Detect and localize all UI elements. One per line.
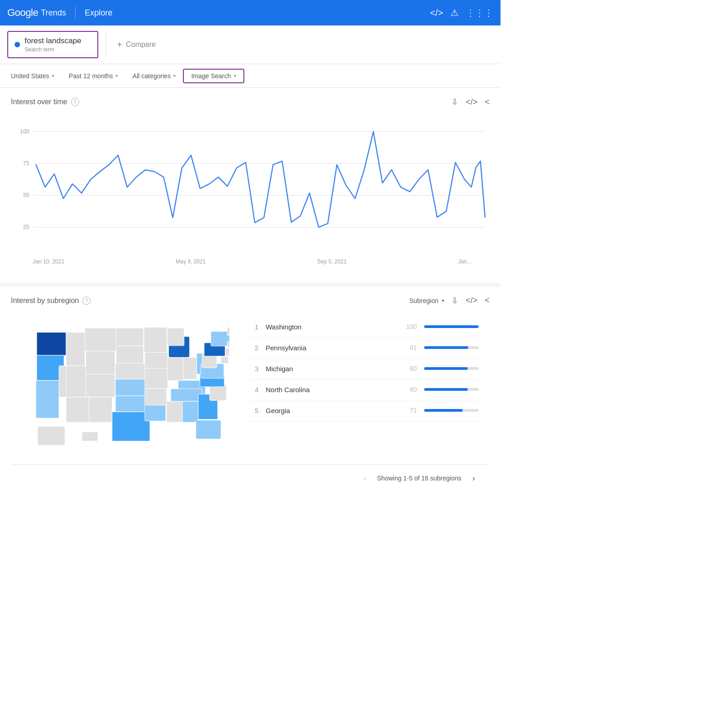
- search-term-box[interactable]: forest landscape Search term: [7, 31, 98, 58]
- header-divider: [75, 6, 76, 19]
- period-label: Past 12 months: [69, 72, 113, 80]
- period-dropdown-icon: ▾: [116, 73, 118, 78]
- interest-over-time-section: Interest over time ? ⇩ </> < 100 75 50 2…: [0, 88, 500, 278]
- subregion-embed-icon[interactable]: </>: [465, 296, 477, 305]
- subregion-download-icon[interactable]: ⇩: [451, 296, 458, 306]
- state-arkansas: [145, 388, 167, 405]
- list-item: 2 Pennsylvania 81: [249, 338, 479, 359]
- chart-area: 100 75 50 25 Jan 10, 2021 May 9, 2021 Se…: [11, 118, 490, 265]
- us-map-area: [11, 309, 238, 464]
- country-label: United States: [11, 72, 49, 80]
- compare-area[interactable]: + Compare: [106, 25, 167, 64]
- apps-icon[interactable]: ⋮⋮⋮: [466, 7, 493, 18]
- rank-bar-container: [424, 367, 479, 370]
- state-illinois: [167, 357, 183, 380]
- list-item: 4 North Carolina 80: [249, 379, 479, 400]
- rankings-area: 1 Washington 100 2 Pennsylvania 81 3 Mic…: [238, 309, 490, 464]
- country-filter[interactable]: United States ▾: [4, 70, 61, 82]
- state-iowa: [145, 352, 168, 368]
- next-page-button[interactable]: ›: [469, 472, 479, 485]
- header-left: Google Trends Explore: [7, 6, 112, 19]
- state-wyoming: [86, 351, 115, 374]
- search-term-dot: [15, 42, 20, 47]
- rank-name: Michigan: [266, 365, 396, 373]
- chart-line: [36, 131, 485, 227]
- period-filter[interactable]: Past 12 months ▾: [61, 70, 125, 82]
- state-kansas: [116, 379, 146, 396]
- category-dropdown-icon: ▾: [173, 73, 176, 78]
- subregion-filter[interactable]: Subregion ▾: [410, 297, 445, 304]
- subregion-share-icon[interactable]: <: [485, 296, 490, 305]
- x-label-may: May 9, 2021: [176, 258, 206, 265]
- pagination-text: Showing 1-5 of 16 subregions: [377, 475, 461, 482]
- search-type-label: Image Search: [191, 72, 231, 80]
- logo-trends: Trends: [41, 8, 66, 18]
- feedback-icon[interactable]: ⚠: [450, 7, 459, 18]
- svg-text:75: 75: [23, 160, 30, 167]
- state-alaska: [38, 426, 65, 445]
- list-item: 3 Michigan 80: [249, 359, 479, 379]
- country-dropdown-icon: ▾: [52, 73, 54, 78]
- state-south-carolina: [210, 384, 227, 400]
- pagination: ‹ Showing 1-5 of 16 subregions ›: [11, 464, 490, 492]
- subregion-title-area: Interest by subregion ?: [11, 297, 91, 305]
- rank-bar: [424, 388, 468, 391]
- state-hawaii: [82, 432, 98, 441]
- rank-name: Pennsylvania: [266, 344, 396, 352]
- subregion-filter-label: Subregion: [410, 297, 439, 304]
- search-area: forest landscape Search term + Compare: [0, 25, 500, 64]
- subregion-section-header: Interest by subregion ? Subregion ▾ ⇩ </…: [11, 296, 490, 306]
- category-filter[interactable]: All categories ▾: [125, 70, 183, 82]
- state-connecticut: [227, 341, 229, 347]
- rank-bar-container: [424, 409, 479, 412]
- subregion-actions: Subregion ▾ ⇩ </> <: [410, 296, 490, 306]
- state-montana: [85, 328, 119, 351]
- prev-page-button[interactable]: ‹: [360, 472, 370, 485]
- map-subregion-content: 1 Washington 100 2 Pennsylvania 81 3 Mic…: [11, 309, 490, 464]
- rank-value: 100: [403, 323, 417, 330]
- rank-value: 80: [403, 386, 417, 393]
- state-maine: [227, 327, 229, 335]
- state-texas: [112, 412, 150, 441]
- subregion-dropdown-icon: ▾: [442, 298, 444, 303]
- state-new-york: [211, 331, 229, 346]
- state-alabama: [182, 401, 198, 422]
- rank-bar: [424, 346, 468, 349]
- logo[interactable]: Google Trends: [7, 7, 66, 19]
- app-header: Google Trends Explore </> ⚠ ⋮⋮⋮: [0, 0, 500, 25]
- download-icon[interactable]: ⇩: [451, 97, 458, 107]
- x-label-jan: Jan 10, 2021: [33, 258, 64, 265]
- share-icon[interactable]: </>: [430, 8, 443, 18]
- section-divider: [0, 283, 500, 287]
- compare-label: Compare: [126, 40, 156, 49]
- logo-google: Google: [7, 7, 38, 19]
- chart-x-labels: Jan 10, 2021 May 9, 2021 Sep 5, 2021 Jan…: [11, 257, 490, 265]
- search-term-type: Search term: [25, 46, 81, 53]
- header-actions: </> ⚠ ⋮⋮⋮: [430, 7, 493, 18]
- rank-value: 71: [403, 407, 417, 414]
- subregion-help-icon[interactable]: ?: [82, 297, 91, 305]
- state-tennessee: [171, 389, 202, 401]
- share-icon[interactable]: <: [485, 97, 490, 107]
- rank-bar: [424, 325, 479, 328]
- svg-text:100: 100: [20, 128, 29, 135]
- embed-icon[interactable]: </>: [465, 97, 477, 107]
- state-north-dakota: [116, 328, 144, 346]
- state-mississippi: [167, 401, 182, 422]
- search-type-filter[interactable]: Image Search ▾: [183, 69, 244, 83]
- state-minnesota: [144, 327, 167, 352]
- list-item: 1 Washington 100: [249, 317, 479, 338]
- rank-bar-container: [424, 388, 479, 391]
- state-new-jersey: [226, 348, 229, 356]
- filters-bar: United States ▾ Past 12 months ▾ All cat…: [0, 64, 500, 88]
- rank-number: 3: [249, 365, 258, 373]
- help-icon[interactable]: ?: [71, 98, 79, 106]
- us-map-svg: [20, 318, 229, 455]
- rank-name: Georgia: [266, 407, 396, 414]
- chart-svg: 100 75 50 25: [11, 118, 490, 255]
- rank-value: 81: [403, 344, 417, 351]
- compare-plus-icon: +: [117, 40, 122, 50]
- rank-bar-container: [424, 325, 479, 328]
- state-nebraska: [116, 363, 146, 379]
- search-term-text: forest landscape Search term: [25, 36, 81, 53]
